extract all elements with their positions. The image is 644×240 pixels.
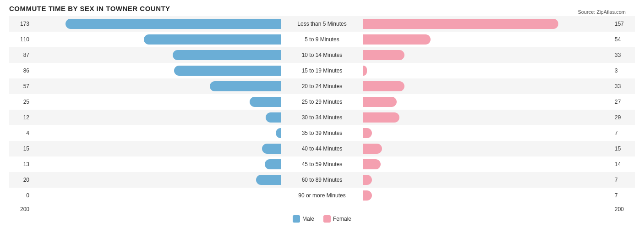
male-bar-wrap — [32, 50, 281, 60]
chart-row: 5720 to 24 Minutes33 — [9, 78, 635, 94]
male-bar — [173, 50, 281, 60]
chart-row: 435 to 39 Minutes7 — [9, 125, 635, 141]
legend-female-label: Female — [333, 216, 351, 222]
chart-row: 1540 to 44 Minutes15 — [9, 141, 635, 156]
male-bar-wrap — [32, 175, 281, 185]
axis-row: 200 200 — [9, 206, 635, 212]
female-value: 7 — [612, 130, 635, 136]
female-value: 14 — [612, 161, 635, 167]
legend-male: Male — [293, 215, 314, 223]
male-value: 20 — [9, 177, 32, 183]
female-bar — [363, 190, 372, 201]
male-value: 86 — [9, 67, 32, 74]
female-value: 29 — [612, 114, 635, 121]
female-value: 3 — [612, 67, 635, 74]
male-bar-wrap — [32, 159, 281, 169]
male-swatch — [293, 215, 300, 223]
row-label: 5 to 9 Minutes — [281, 36, 363, 43]
female-bar — [363, 128, 372, 138]
bars-center: Less than 5 Minutes — [32, 16, 612, 32]
male-value: 12 — [9, 114, 32, 121]
row-label: 30 to 34 Minutes — [281, 114, 363, 121]
male-bar — [65, 19, 281, 29]
female-bar — [363, 175, 372, 185]
bars-center: 30 to 34 Minutes — [32, 110, 612, 125]
female-value: 7 — [612, 192, 635, 199]
legend: Male Female — [9, 215, 635, 223]
bars-center: 90 or more Minutes — [32, 188, 612, 203]
male-bar-wrap — [32, 144, 281, 154]
female-bar-wrap — [363, 144, 612, 154]
male-value: 87 — [9, 52, 32, 58]
male-bar-wrap — [32, 190, 281, 201]
row-label: 45 to 59 Minutes — [281, 161, 363, 167]
male-bar — [174, 66, 281, 76]
row-label: 20 to 24 Minutes — [281, 83, 363, 89]
male-bar — [144, 34, 281, 45]
female-bar — [363, 34, 431, 45]
male-bar — [266, 112, 281, 123]
male-value: 173 — [9, 21, 32, 27]
female-value: 54 — [612, 36, 635, 43]
chart-row: 1345 to 59 Minutes14 — [9, 156, 635, 172]
bars-center: 10 to 14 Minutes — [32, 47, 612, 63]
female-bar — [363, 159, 381, 169]
female-bar-wrap — [363, 128, 612, 138]
bars-center: 15 to 19 Minutes — [32, 63, 612, 78]
male-bar — [256, 175, 281, 185]
female-bar — [363, 97, 397, 107]
male-value: 15 — [9, 145, 32, 152]
row-label: 60 to 89 Minutes — [281, 177, 363, 183]
female-bar — [363, 19, 558, 29]
female-swatch — [323, 215, 331, 223]
chart-row: 8615 to 19 Minutes3 — [9, 63, 635, 78]
female-bar-wrap — [363, 190, 612, 201]
male-bar — [276, 128, 281, 138]
female-bar-wrap — [363, 175, 612, 185]
chart-row: 173Less than 5 Minutes157 — [9, 16, 635, 32]
bars-center: 60 to 89 Minutes — [32, 172, 612, 188]
male-bar-wrap — [32, 34, 281, 45]
chart-area: 173Less than 5 Minutes1571105 to 9 Minut… — [9, 16, 635, 203]
female-value: 15 — [612, 145, 635, 152]
row-label: 90 or more Minutes — [281, 192, 363, 199]
bars-center: 25 to 29 Minutes — [32, 94, 612, 110]
source-label: Source: ZipAtlas.com — [578, 9, 626, 15]
female-bar-wrap — [363, 50, 612, 60]
female-value: 33 — [612, 52, 635, 58]
female-value: 27 — [612, 99, 635, 105]
bars-center: 35 to 39 Minutes — [32, 125, 612, 141]
row-label: 10 to 14 Minutes — [281, 52, 363, 58]
axis-left-label: 200 — [9, 206, 32, 212]
male-bar — [250, 97, 281, 107]
bars-center: 40 to 44 Minutes — [32, 141, 612, 156]
male-value: 57 — [9, 83, 32, 89]
axis-right-label: 200 — [612, 206, 635, 212]
male-value: 4 — [9, 130, 32, 136]
female-bar — [363, 66, 367, 76]
female-bar — [363, 50, 404, 60]
row-label: 25 to 29 Minutes — [281, 99, 363, 105]
legend-female: Female — [323, 215, 351, 223]
female-bar-wrap — [363, 112, 612, 123]
male-value: 25 — [9, 99, 32, 105]
female-bar-wrap — [363, 97, 612, 107]
female-bar-wrap — [363, 34, 612, 45]
male-bar-wrap — [32, 112, 281, 123]
row-label: 35 to 39 Minutes — [281, 130, 363, 136]
female-bar — [363, 112, 399, 123]
bars-center: 5 to 9 Minutes — [32, 32, 612, 47]
row-label: Less than 5 Minutes — [281, 21, 363, 27]
chart-row: 090 or more Minutes7 — [9, 188, 635, 203]
chart-row: 1230 to 34 Minutes29 — [9, 110, 635, 125]
male-bar-wrap — [32, 128, 281, 138]
male-bar — [210, 81, 281, 91]
female-bar-wrap — [363, 81, 612, 91]
male-bar-wrap — [32, 81, 281, 91]
female-value: 33 — [612, 83, 635, 89]
male-bar — [265, 159, 281, 169]
male-bar — [262, 144, 281, 154]
bars-center: 45 to 59 Minutes — [32, 156, 612, 172]
chart-row: 2525 to 29 Minutes27 — [9, 94, 635, 110]
bars-center: 20 to 24 Minutes — [32, 78, 612, 94]
